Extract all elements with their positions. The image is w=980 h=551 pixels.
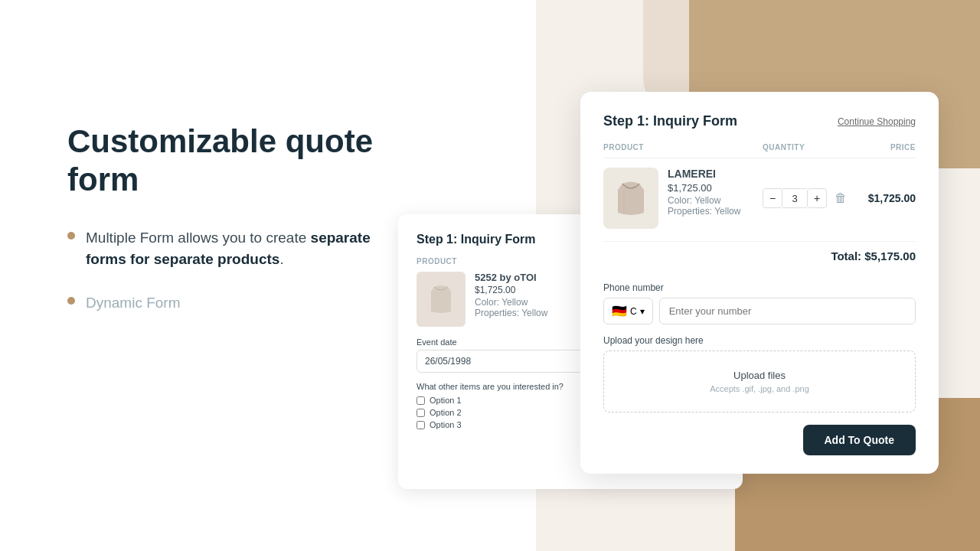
front-product-details: LAMEREI $1,725.00 Color: Yellow Properti… (668, 168, 740, 217)
total-value: $5,175.00 (864, 249, 916, 262)
front-product-name: LAMEREI (668, 168, 740, 180)
country-selector[interactable]: 🇩🇪 C ▾ (603, 298, 653, 324)
feature-bold-1: separate forms for separate products (86, 230, 371, 268)
checkbox-input-3[interactable] (416, 421, 425, 429)
total-label: Total: (831, 249, 861, 262)
col-product-header: PRODUCT (603, 143, 763, 152)
checkbox-input-1[interactable] (416, 396, 425, 405)
quantity-input[interactable] (782, 188, 807, 208)
front-form-title: Step 1: Inquiry Form (603, 113, 737, 129)
add-to-quote-button[interactable]: Add To Quote (803, 425, 916, 455)
bullet-icon-2 (67, 297, 75, 305)
front-line-price: $1,725.00 (854, 192, 916, 204)
front-product-image (603, 168, 658, 229)
table-row: LAMEREI $1,725.00 Color: Yellow Properti… (603, 168, 916, 229)
checkbox-group-title: What other items are you interested in? (416, 382, 564, 391)
checkbox-option-1[interactable]: Option 1 (416, 396, 564, 405)
front-product-color: Color: Yellow (668, 195, 740, 206)
back-product-name: 5252 by oTOI (475, 272, 547, 283)
checkbox-option-2[interactable]: Option 2 (416, 408, 564, 417)
feature-item-2: Dynamic Form (67, 292, 389, 315)
upload-section: Upload your design here Upload files Acc… (603, 335, 916, 412)
quantity-increase-button[interactable]: + (807, 188, 827, 208)
checkbox-label-2: Option 2 (430, 408, 462, 417)
back-product-info: 5252 by oTOI $1,725.00 Color: Yellow Pro… (475, 272, 547, 318)
back-product-color: Color: Yellow (475, 297, 547, 308)
front-product-info: LAMEREI $1,725.00 Color: Yellow Properti… (603, 168, 763, 229)
front-product-price: $1,725.00 (668, 182, 740, 194)
back-product-price: $1,725.00 (475, 285, 547, 295)
front-form-card: Step 1: Inquiry Form Continue Shopping P… (580, 92, 939, 474)
chevron-down-icon: ▾ (640, 306, 645, 317)
main-title: Customizable quote form (67, 122, 389, 200)
phone-number-input[interactable] (659, 298, 916, 324)
checkbox-label-3: Option 3 (430, 420, 462, 429)
front-card-header: Step 1: Inquiry Form Continue Shopping (603, 113, 916, 129)
quantity-control: − + (763, 188, 827, 208)
left-panel: Customizable quote form Multiple Form al… (67, 122, 389, 335)
continue-shopping-link[interactable]: Continue Shopping (838, 116, 916, 127)
upload-files-button[interactable]: Upload files (616, 370, 903, 381)
total-row: Total: $5,175.00 (603, 241, 916, 270)
upload-label: Upload your design here (603, 335, 916, 346)
feature-item-1: Multiple Form allows you to create separ… (67, 227, 389, 271)
quantity-decrease-button[interactable]: − (763, 188, 782, 208)
quantity-section: − + 🗑 (763, 188, 854, 208)
back-product-properties: Properties: Yellow (475, 308, 547, 318)
delete-product-button[interactable]: 🗑 (835, 191, 847, 205)
phone-section: Phone number 🇩🇪 C ▾ (603, 282, 916, 324)
country-flag: 🇩🇪 (612, 304, 627, 318)
front-product-properties: Properties: Yellow (668, 206, 740, 217)
phone-label: Phone number (603, 282, 916, 293)
feature-list: Multiple Form allows you to create separ… (67, 227, 389, 315)
feature-text-2: Dynamic Form (86, 292, 181, 315)
checkbox-group: What other items are you interested in? … (416, 382, 564, 432)
upload-area: Upload files Accepts .gif, .jpg, and .pn… (603, 350, 916, 412)
checkbox-option-3[interactable]: Option 3 (416, 420, 564, 429)
checkbox-label-1: Option 1 (430, 396, 462, 405)
feature-text-1: Multiple Form allows you to create separ… (86, 227, 389, 271)
checkbox-input-2[interactable] (416, 409, 425, 417)
event-date-value: 26/05/1998 (425, 356, 471, 367)
phone-input-row: 🇩🇪 C ▾ (603, 298, 916, 324)
bullet-icon (67, 232, 75, 240)
upload-accepts-text: Accepts .gif, .jpg, and .png (616, 384, 903, 393)
col-quantity-header: QUANTITY (763, 143, 854, 152)
col-price-header: PRICE (854, 143, 916, 152)
back-product-image (416, 272, 466, 327)
table-header: PRODUCT QUANTITY PRICE (603, 143, 916, 158)
country-code: C (630, 306, 637, 317)
